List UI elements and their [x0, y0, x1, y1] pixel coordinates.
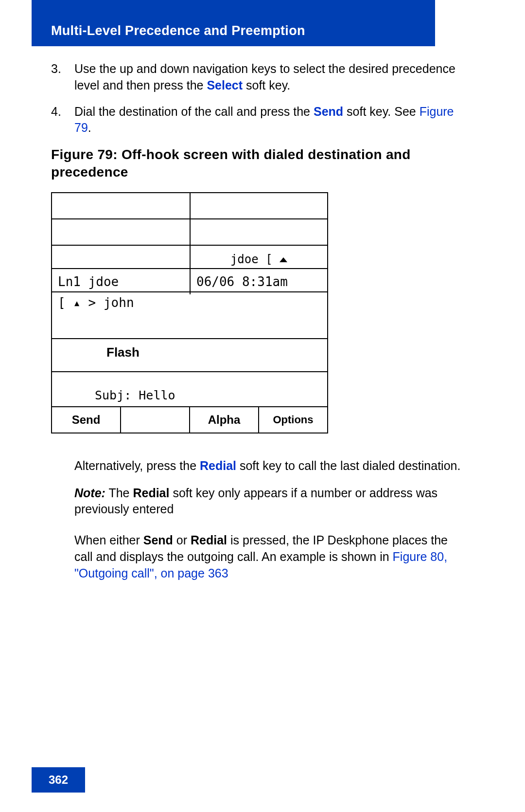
step-3: 3. Use the up and down navigation keys t…: [51, 61, 469, 94]
figure-caption: Figure 79: Off-hook screen with dialed d…: [51, 146, 469, 181]
phone-row-blank-2: [52, 219, 327, 246]
triangle-up-icon: [280, 257, 287, 262]
phone-row-line-date: Ln1 jdoe 06/06 8:31am: [52, 269, 327, 292]
chapter-title: Multi-Level Precedence and Preemption: [51, 23, 305, 38]
send-softkey-ref: Send: [314, 105, 343, 118]
phone-row-john: [ ▴ > john: [52, 292, 327, 339]
step-text: Dial the destination of the call and pre…: [74, 104, 469, 137]
phone-softkeys: Send Alpha Options: [52, 407, 327, 433]
paragraph-send-redial: When either Send or Redial is pressed, t…: [74, 532, 468, 581]
select-softkey-ref: Select: [207, 78, 243, 92]
phone-row-subject: Subj: Hello: [52, 372, 327, 407]
chapter-header: Multi-Level Precedence and Preemption: [32, 0, 435, 46]
phone-row-flash: Flash: [52, 339, 327, 372]
jdoe-header: jdoe [: [190, 246, 327, 271]
step-number: 3.: [51, 61, 74, 94]
softkey-alpha: Alpha: [190, 407, 259, 433]
softkey-blank: [121, 407, 190, 433]
softkey-options: Options: [259, 407, 327, 433]
after-figure-text: Alternatively, press the Redial soft key…: [74, 458, 468, 582]
note-label: Note:: [74, 486, 105, 500]
paragraph-note: Note: The Redial soft key only appears i…: [74, 485, 468, 518]
john-line-text: [ ▴ > john: [58, 295, 134, 338]
instruction-steps: 3. Use the up and down navigation keys t…: [51, 61, 469, 136]
page-number: 362: [32, 767, 85, 793]
line-label: Ln1 jdoe: [52, 269, 190, 294]
redial-softkey-ref: Redial: [200, 459, 236, 472]
step-4: 4. Dial the destination of the call and …: [51, 104, 469, 137]
softkey-send: Send: [52, 407, 121, 433]
paragraph-redial-alt: Alternatively, press the Redial soft key…: [74, 458, 468, 474]
phone-row-blank-1: [52, 193, 327, 219]
phone-screen-mockup: jdoe [ Ln1 jdoe 06/06 8:31am [ ▴ > john …: [51, 192, 328, 433]
datetime-value: 06/06 8:31am: [190, 269, 327, 294]
phone-row-jdoe-header: jdoe [: [52, 246, 327, 269]
step-text: Use the up and down navigation keys to s…: [74, 61, 469, 94]
step-number: 4.: [51, 104, 74, 137]
page-content: 3. Use the up and down navigation keys t…: [51, 61, 469, 592]
